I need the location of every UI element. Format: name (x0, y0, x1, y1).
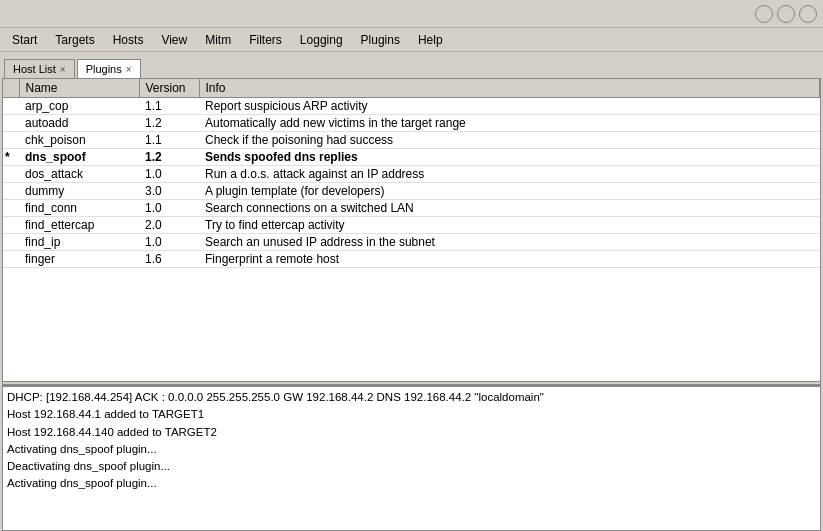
menu-item-view[interactable]: View (153, 31, 195, 49)
table-row[interactable]: find_ettercap2.0Try to find ettercap act… (3, 217, 820, 234)
tab-bar: Host List×Plugins× (0, 52, 823, 78)
title-bar (0, 0, 823, 28)
table-row[interactable]: arp_cop1.1Report suspicious ARP activity (3, 98, 820, 115)
menu-item-filters[interactable]: Filters (241, 31, 290, 49)
minimize-button[interactable] (755, 5, 773, 23)
menu-item-mitm[interactable]: Mitm (197, 31, 239, 49)
plugin-table-container: Name Version Info arp_cop1.1Report suspi… (3, 79, 820, 381)
cell-name: arp_cop (19, 98, 139, 115)
table-row[interactable]: finger1.6Fingerprint a remote host (3, 251, 820, 268)
log-area: DHCP: [192.168.44.254] ACK : 0.0.0.0 255… (3, 385, 820, 530)
cell-star (3, 217, 19, 234)
table-row[interactable]: dos_attack1.0Run a d.o.s. attack against… (3, 166, 820, 183)
cell-info: Report suspicious ARP activity (199, 98, 820, 115)
cell-name: chk_poison (19, 132, 139, 149)
cell-name: find_ip (19, 234, 139, 251)
cell-star (3, 234, 19, 251)
plugin-table: Name Version Info (3, 79, 820, 98)
window-controls[interactable] (755, 5, 817, 23)
table-scroll-inner[interactable]: arp_cop1.1Report suspicious ARP activity… (3, 98, 820, 381)
menu-item-help[interactable]: Help (410, 31, 451, 49)
cell-star (3, 166, 19, 183)
cell-version: 1.2 (139, 149, 199, 166)
cell-info: Sends spoofed dns replies (199, 149, 820, 166)
col-header-name: Name (19, 79, 139, 98)
tab-label: Host List (13, 63, 56, 75)
cell-star (3, 115, 19, 132)
log-line: Deactivating dns_spoof plugin... (7, 458, 816, 475)
tab-plugins[interactable]: Plugins× (77, 59, 141, 78)
menu-bar: StartTargetsHostsViewMitmFiltersLoggingP… (0, 28, 823, 52)
cell-name: finger (19, 251, 139, 268)
cell-info: Try to find ettercap activity (199, 217, 820, 234)
log-line: DHCP: [192.168.44.254] ACK : 0.0.0.0 255… (7, 389, 816, 406)
cell-star: * (3, 149, 19, 166)
plugin-table-body: arp_cop1.1Report suspicious ARP activity… (3, 98, 820, 268)
col-header-version: Version (139, 79, 199, 98)
cell-star (3, 251, 19, 268)
cell-info: Search connections on a switched LAN (199, 200, 820, 217)
cell-info: Automatically add new victims in the tar… (199, 115, 820, 132)
cell-name: dummy (19, 183, 139, 200)
table-row[interactable]: chk_poison1.1Check if the poisoning had … (3, 132, 820, 149)
menu-item-plugins[interactable]: Plugins (353, 31, 408, 49)
cell-version: 3.0 (139, 183, 199, 200)
tab-host-list[interactable]: Host List× (4, 59, 75, 78)
cell-version: 1.1 (139, 132, 199, 149)
tab-close-icon[interactable]: × (60, 64, 66, 75)
menu-item-targets[interactable]: Targets (47, 31, 102, 49)
log-line: Activating dns_spoof plugin... (7, 475, 816, 492)
cell-version: 2.0 (139, 217, 199, 234)
main-content-area: Name Version Info arp_cop1.1Report suspi… (2, 78, 821, 531)
cell-info: Run a d.o.s. attack against an IP addres… (199, 166, 820, 183)
table-row[interactable]: find_conn1.0Search connections on a swit… (3, 200, 820, 217)
cell-version: 1.2 (139, 115, 199, 132)
cell-version: 1.6 (139, 251, 199, 268)
table-row[interactable]: autoadd1.2Automatically add new victims … (3, 115, 820, 132)
plugin-tbody: arp_cop1.1Report suspicious ARP activity… (3, 98, 820, 268)
maximize-button[interactable] (777, 5, 795, 23)
tab-close-icon[interactable]: × (126, 64, 132, 75)
cell-name: autoadd (19, 115, 139, 132)
cell-star (3, 132, 19, 149)
cell-version: 1.0 (139, 166, 199, 183)
table-scroll-area[interactable]: arp_cop1.1Report suspicious ARP activity… (3, 98, 820, 381)
menu-item-start[interactable]: Start (4, 31, 45, 49)
cell-name: find_ettercap (19, 217, 139, 234)
cell-version: 1.0 (139, 234, 199, 251)
cell-name: dns_spoof (19, 149, 139, 166)
col-header-star (3, 79, 19, 98)
cell-version: 1.0 (139, 200, 199, 217)
cell-star (3, 98, 19, 115)
cell-name: find_conn (19, 200, 139, 217)
cell-info: Fingerprint a remote host (199, 251, 820, 268)
log-line: Host 192.168.44.140 added to TARGET2 (7, 424, 816, 441)
log-content[interactable]: DHCP: [192.168.44.254] ACK : 0.0.0.0 255… (3, 387, 820, 530)
cell-info: A plugin template (for developers) (199, 183, 820, 200)
cell-info: Check if the poisoning had success (199, 132, 820, 149)
cell-star (3, 200, 19, 217)
table-row[interactable]: dummy3.0A plugin template (for developer… (3, 183, 820, 200)
table-row[interactable]: find_ip1.0Search an unused IP address in… (3, 234, 820, 251)
tab-label: Plugins (86, 63, 122, 75)
cell-star (3, 183, 19, 200)
cell-name: dos_attack (19, 166, 139, 183)
table-header-row: Name Version Info (3, 79, 820, 98)
close-button[interactable] (799, 5, 817, 23)
menu-item-logging[interactable]: Logging (292, 31, 351, 49)
menu-item-hosts[interactable]: Hosts (105, 31, 152, 49)
cell-info: Search an unused IP address in the subne… (199, 234, 820, 251)
log-line: Activating dns_spoof plugin... (7, 441, 816, 458)
log-line: Host 192.168.44.1 added to TARGET1 (7, 406, 816, 423)
table-row[interactable]: *dns_spoof1.2Sends spoofed dns replies (3, 149, 820, 166)
cell-version: 1.1 (139, 98, 199, 115)
col-header-info: Info (199, 79, 820, 98)
